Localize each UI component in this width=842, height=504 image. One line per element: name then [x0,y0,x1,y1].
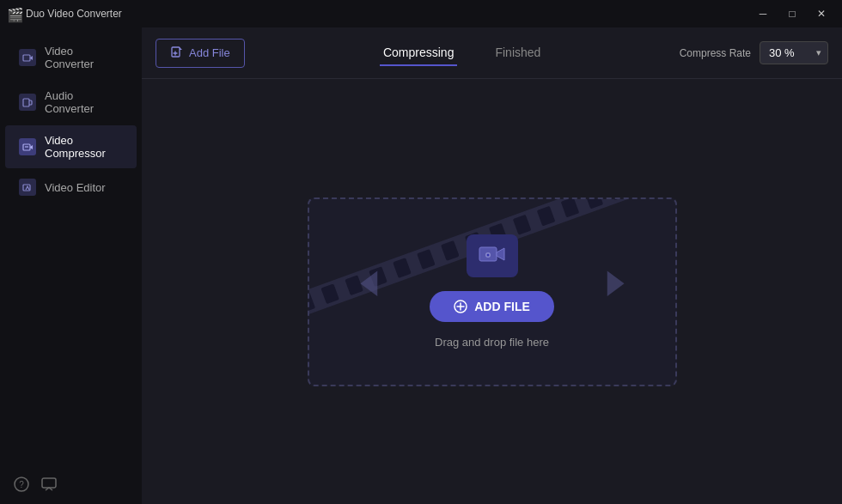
svg-rect-0 [23,55,30,61]
main-content: Add File Compressing Finished Compress R… [142,27,842,504]
compress-rate-select[interactable]: 10 % 20 % 30 % 40 % 50 % 60 % 70 % [760,41,828,64]
svg-rect-24 [608,199,627,200]
camera-icon [479,244,506,268]
sidebar-item-label-video-compressor: Video Compressor [45,134,123,160]
title-bar: 🎬 Duo Video Converter ─ □ ✕ [0,0,842,27]
add-file-label: Add File [189,46,230,59]
feedback-button[interactable] [41,477,57,495]
app-body: Video Converter Audio Converter [0,27,842,504]
video-editor-icon [19,179,36,196]
svg-rect-1 [23,99,29,106]
sidebar-nav: Video Converter Audio Converter [0,27,142,468]
svg-rect-7 [42,478,56,488]
minimize-button[interactable]: ─ [749,2,777,26]
sidebar-item-label-audio-converter: Audio Converter [45,89,123,115]
add-file-button[interactable]: Add File [156,39,245,68]
sidebar-item-audio-converter[interactable]: Audio Converter [5,81,137,124]
svg-rect-22 [560,199,579,217]
svg-point-33 [486,254,489,257]
video-converter-icon [19,49,36,66]
compress-rate-wrapper: 10 % 20 % 30 % 40 % 50 % 60 % 70 % [760,41,828,64]
add-file-center-button[interactable]: ADD FILE [430,291,554,322]
compress-rate-label: Compress Rate [680,47,751,59]
svg-rect-16 [417,249,436,270]
help-button[interactable]: ? [14,477,29,495]
svg-marker-30 [607,270,624,295]
title-bar-controls: ─ □ ✕ [749,2,835,26]
sidebar-item-label-video-editor: Video Editor [45,181,106,194]
svg-rect-12 [320,283,339,304]
toolbar-tabs: Compressing Finished [259,40,666,66]
compress-rate-area: Compress Rate 10 % 20 % 30 % 40 % 50 % 6… [680,41,828,64]
svg-rect-23 [584,199,603,209]
add-file-center-label: ADD FILE [474,300,530,313]
svg-marker-29 [360,270,377,295]
drop-zone[interactable]: ADD FILE Drag and drop file here [308,197,677,386]
svg-rect-21 [536,205,555,226]
maximize-button[interactable]: □ [778,2,806,26]
title-bar-left: 🎬 Duo Video Converter [7,7,122,21]
close-button[interactable]: ✕ [808,2,835,26]
add-file-icon [170,46,184,60]
svg-rect-20 [512,214,531,234]
add-circle-icon [454,300,467,313]
svg-rect-13 [345,275,363,295]
drop-hint: Drag and drop file here [435,336,549,349]
svg-text:?: ? [19,480,24,489]
app-icon: 🎬 [7,7,21,21]
svg-rect-15 [393,258,412,278]
sidebar-footer: ? [0,468,142,504]
svg-rect-14 [369,266,387,287]
svg-rect-17 [440,240,459,261]
sidebar: Video Converter Audio Converter [0,27,142,504]
tab-finished[interactable]: Finished [491,40,544,66]
tab-compressing[interactable]: Compressing [380,40,457,66]
title-bar-title: Duo Video Converter [26,8,122,20]
sidebar-item-video-compressor[interactable]: Video Compressor [5,125,137,168]
video-icon-bg [467,234,518,277]
sidebar-item-label-video-converter: Video Converter [45,45,123,70]
audio-converter-icon [19,94,36,111]
sidebar-item-video-editor[interactable]: Video Editor [5,170,137,204]
svg-rect-11 [309,292,315,313]
sidebar-item-video-converter[interactable]: Video Converter [5,36,137,79]
toolbar: Add File Compressing Finished Compress R… [142,27,842,79]
video-compressor-icon [19,138,36,155]
drop-zone-container: ADD FILE Drag and drop file here [142,79,842,504]
